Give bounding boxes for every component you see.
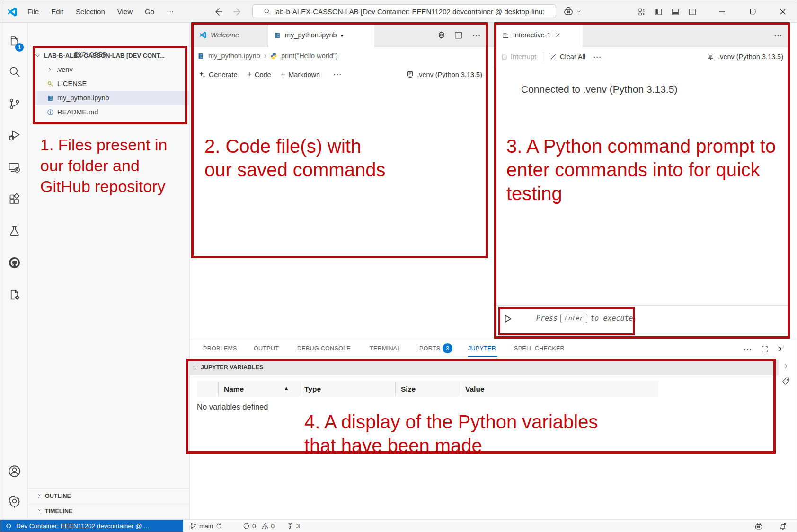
close-icon[interactable] bbox=[555, 32, 561, 38]
tab-label: Welcome bbox=[211, 31, 239, 39]
minimize-button[interactable] bbox=[708, 0, 736, 23]
tab-interactive-1[interactable]: Interactive-1 bbox=[496, 23, 583, 47]
toggle-primary-sidebar-icon[interactable] bbox=[654, 8, 663, 16]
source-control-icon[interactable] bbox=[4, 93, 25, 114]
menu-selection[interactable]: Selection bbox=[70, 0, 111, 23]
timeline-section[interactable]: TIMELINE bbox=[28, 504, 189, 518]
toggle-panel-icon[interactable] bbox=[671, 8, 680, 16]
tree-item-notebook[interactable]: my_python.ipynb bbox=[35, 91, 189, 105]
remote-explorer-icon[interactable] bbox=[4, 157, 25, 178]
menu-go[interactable]: Go bbox=[139, 0, 160, 23]
panel-tab-ports[interactable]: PORTS bbox=[419, 338, 440, 359]
panel-tab-terminal[interactable]: TERMINAL bbox=[370, 338, 401, 359]
panel-tab-output[interactable]: OUTPUT bbox=[254, 338, 279, 359]
generate-button[interactable]: Generate bbox=[195, 69, 240, 80]
panel-chevron-right-icon[interactable] bbox=[782, 363, 789, 370]
column-divider bbox=[395, 382, 396, 396]
add-code-label: Code bbox=[255, 71, 271, 78]
warnings-count: 0 bbox=[271, 523, 275, 530]
command-center[interactable]: lab-b-ALEX-CASSON-LAB [Dev Container: EE… bbox=[252, 4, 556, 18]
tab-welcome[interactable]: Welcome bbox=[194, 23, 268, 47]
panel-tab-spell-checker[interactable]: SPELL CHECKER bbox=[514, 338, 565, 359]
notifications-bell[interactable] bbox=[779, 520, 787, 532]
customize-layout-icon[interactable] bbox=[638, 8, 646, 16]
nav-forward-icon[interactable] bbox=[232, 6, 243, 17]
editor-settings-gear-icon[interactable] bbox=[437, 30, 446, 40]
dev-container-config-icon[interactable] bbox=[4, 284, 25, 305]
column-header-size[interactable]: Size bbox=[401, 381, 416, 397]
timeline-label: TIMELINE bbox=[45, 508, 72, 515]
search-icon[interactable] bbox=[4, 61, 25, 82]
tab-my-python-ipynb[interactable]: my_python.ipynb ● bbox=[268, 23, 374, 47]
problems-indicator[interactable]: 0 0 bbox=[243, 520, 275, 532]
editor-more-actions-icon[interactable]: ⋯ bbox=[472, 31, 481, 41]
run-cell-button[interactable] bbox=[501, 313, 514, 325]
tree-root-folder[interactable]: LAB-B-ALEX-CASSON-LAB [DEV CONT... bbox=[35, 48, 177, 62]
warnings-icon bbox=[261, 523, 269, 530]
toolbar-more-icon[interactable]: ⋯ bbox=[333, 70, 342, 79]
jupyter-variables-header[interactable]: JUPYTER VARIABLES bbox=[190, 360, 779, 375]
sync-icon bbox=[215, 523, 222, 530]
tree-item-license[interactable]: LICENSE bbox=[35, 77, 189, 91]
kernel-connected-message: Connected to .venv (Python 3.13.5) bbox=[521, 84, 677, 95]
copilot-icon bbox=[563, 6, 574, 17]
menu-file[interactable]: File bbox=[21, 0, 45, 23]
panel-more-icon[interactable]: ⋯ bbox=[744, 345, 752, 355]
test-beaker-icon[interactable] bbox=[4, 220, 25, 241]
interactive-toolbar-more-icon[interactable]: ⋯ bbox=[593, 52, 602, 62]
notebook-icon bbox=[197, 52, 204, 60]
add-code-cell-button[interactable]: + Code bbox=[244, 68, 274, 81]
radio-tower-icon bbox=[286, 523, 294, 530]
maximize-panel-icon[interactable] bbox=[761, 345, 769, 353]
breadcrumbs[interactable]: my_python.ipynb › print("Hello world") bbox=[190, 47, 493, 64]
interrupt-button[interactable]: Interrupt bbox=[501, 53, 536, 61]
copilot-button[interactable] bbox=[563, 6, 582, 17]
panel-tab-debug-console[interactable]: DEBUG CONSOLE bbox=[297, 338, 351, 359]
run-debug-icon[interactable] bbox=[4, 125, 25, 146]
breadcrumb-cell[interactable]: print("Hello world") bbox=[281, 52, 338, 60]
ports-indicator[interactable]: 3 bbox=[286, 520, 300, 532]
github-icon[interactable] bbox=[4, 252, 25, 273]
interactive-more-icon[interactable]: ⋯ bbox=[774, 31, 782, 41]
maximize-button[interactable] bbox=[739, 0, 766, 23]
outline-section[interactable]: OUTLINE bbox=[28, 488, 189, 503]
python-icon bbox=[270, 52, 277, 60]
column-header-value[interactable]: Value bbox=[465, 381, 485, 397]
tag-icon[interactable] bbox=[781, 377, 790, 386]
variables-table-header bbox=[197, 381, 658, 397]
add-markdown-cell-button[interactable]: + Markdown bbox=[278, 68, 323, 81]
split-editor-icon[interactable] bbox=[454, 31, 463, 40]
accounts-icon[interactable] bbox=[4, 461, 25, 481]
panel-tab-problems[interactable]: PROBLEMS bbox=[203, 338, 237, 359]
remote-indicator[interactable]: Dev Container: EEEN11202 devcontainer @ … bbox=[0, 520, 183, 532]
menu-more[interactable]: ⋯ bbox=[160, 0, 180, 23]
copilot-status[interactable] bbox=[754, 520, 763, 532]
column-header-type[interactable]: Type bbox=[304, 381, 321, 397]
notebook-editor-body[interactable] bbox=[190, 85, 493, 338]
extensions-icon[interactable] bbox=[4, 189, 25, 209]
active-tab-underline bbox=[468, 356, 497, 357]
nav-back-icon[interactable] bbox=[213, 6, 224, 17]
kernel-label: .venv (Python 3.13.5) bbox=[718, 53, 783, 61]
tree-item-readme[interactable]: README.md bbox=[35, 105, 189, 119]
notebook-icon bbox=[274, 32, 281, 39]
menu-edit[interactable]: Edit bbox=[45, 0, 70, 23]
sort-ascending-icon[interactable]: ▲ bbox=[283, 385, 289, 392]
settings-gear-icon[interactable] bbox=[4, 490, 25, 511]
generate-label: Generate bbox=[209, 71, 237, 78]
interactive-kernel-picker[interactable]: .venv (Python 3.13.5) bbox=[707, 53, 783, 61]
jupyter-variables-title: JUPYTER VARIABLES bbox=[201, 364, 263, 371]
clear-all-button[interactable]: Clear All bbox=[550, 53, 585, 61]
plus-icon: + bbox=[247, 70, 252, 79]
interactive-input[interactable]: Press Enter to execute. bbox=[536, 314, 638, 323]
tree-item-venv[interactable]: .venv bbox=[35, 62, 189, 77]
toggle-secondary-sidebar-icon[interactable] bbox=[688, 8, 697, 16]
close-button[interactable] bbox=[769, 0, 797, 23]
close-panel-icon[interactable] bbox=[778, 345, 785, 353]
column-header-name[interactable]: Name bbox=[224, 381, 244, 397]
breadcrumb-file[interactable]: my_python.ipynb bbox=[208, 52, 260, 60]
menu-view[interactable]: View bbox=[111, 0, 139, 23]
kernel-picker[interactable]: .venv (Python 3.13.5) bbox=[403, 69, 485, 80]
enter-keycap: Enter bbox=[560, 314, 587, 323]
branch-indicator[interactable]: main bbox=[190, 520, 222, 532]
